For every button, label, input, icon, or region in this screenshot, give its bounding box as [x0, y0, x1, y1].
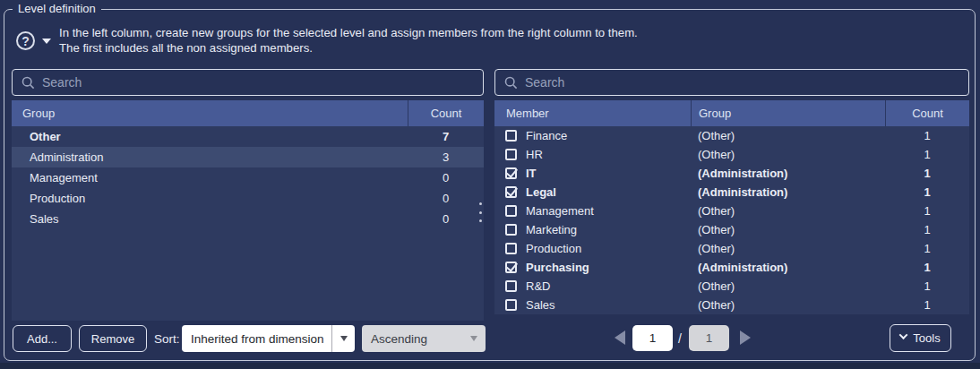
group-count-cell: 0 — [408, 171, 484, 184]
panel-splitter-handle[interactable] — [478, 202, 482, 222]
bottom-edge-strip — [0, 363, 980, 369]
panel-legend: Level definition — [13, 2, 101, 15]
members-table: Member Group Count Finance(Other)1HR(Oth… — [494, 100, 969, 314]
member-count-cell: 1 — [885, 148, 969, 161]
member-count-cell: 1 — [885, 167, 969, 180]
group-name-cell: Production — [12, 192, 408, 205]
member-name-label: Legal — [526, 185, 556, 199]
column-header-count[interactable]: Count — [408, 100, 484, 126]
group-row[interactable]: Administration3 — [12, 147, 484, 167]
member-name-label: Marketing — [526, 223, 577, 236]
member-group-cell: (Other) — [691, 148, 885, 161]
member-row[interactable]: Sales(Other)1 — [494, 296, 969, 314]
group-name-cell: Sales — [12, 212, 408, 226]
current-page-input[interactable] — [632, 325, 673, 351]
total-pages-box: 1 — [689, 325, 729, 351]
column-header-count[interactable]: Count — [885, 100, 969, 126]
sort-direction-dropdown[interactable]: Ascending — [362, 325, 486, 352]
member-checkbox[interactable] — [505, 299, 517, 311]
group-count-cell: 7 — [408, 130, 484, 143]
help-caret-down-icon[interactable] — [42, 39, 51, 44]
member-checkbox[interactable] — [505, 243, 517, 254]
member-name-cell: Sales — [494, 298, 691, 312]
group-row[interactable]: Production0 — [12, 188, 484, 209]
member-name-cell: Production — [494, 242, 691, 255]
member-count-cell: 1 — [885, 223, 969, 236]
member-group-cell: (Other) — [691, 279, 885, 293]
search-icon — [504, 76, 518, 90]
member-count-cell: 1 — [885, 261, 969, 274]
member-name-cell: IT — [494, 167, 691, 180]
members-table-body: Finance(Other)1HR(Other)1IT(Administrati… — [494, 126, 969, 314]
member-name-label: HR — [526, 148, 543, 161]
group-name-cell: Administration — [12, 150, 408, 164]
level-definition-page: Level definition ? In the left column, c… — [0, 0, 980, 369]
groups-search-box — [12, 69, 484, 96]
member-checkbox-checked[interactable] — [505, 262, 517, 273]
member-group-cell: (Other) — [691, 129, 885, 142]
member-group-cell: (Administration) — [691, 261, 885, 274]
group-name-cell: Other — [12, 130, 408, 143]
member-checkbox[interactable] — [505, 205, 517, 217]
member-group-cell: (Administration) — [691, 167, 885, 180]
members-search-box — [494, 69, 969, 96]
group-row[interactable]: Other7 — [12, 126, 484, 147]
member-checkbox-checked[interactable] — [505, 167, 517, 179]
member-name-label: R&D — [526, 279, 550, 293]
member-group-cell: (Other) — [691, 204, 885, 218]
member-group-cell: (Other) — [691, 223, 885, 236]
member-name-label: Finance — [526, 129, 567, 142]
members-search-input[interactable] — [525, 75, 959, 90]
group-row[interactable]: Management0 — [12, 167, 484, 188]
members-table-header: Member Group Count — [494, 100, 969, 126]
remove-button[interactable]: Remove — [79, 325, 147, 352]
member-name-cell: Legal — [494, 185, 691, 199]
sort-by-dropdown[interactable]: Inherited from dimension — [182, 325, 355, 352]
member-count-cell: 1 — [885, 204, 969, 218]
dropdown-arrow-icon[interactable] — [331, 325, 355, 352]
groups-table-body: Other7Administration3Management0Producti… — [12, 126, 484, 321]
group-name-cell: Management — [12, 171, 408, 184]
previous-page-icon[interactable] — [615, 330, 625, 345]
instructions-line-2: The first includes all the non assigned … — [59, 40, 638, 56]
member-checkbox[interactable] — [505, 224, 517, 236]
member-row[interactable]: Production(Other)1 — [494, 239, 969, 258]
member-row[interactable]: Purchasing(Administration)1 — [494, 258, 969, 277]
group-count-cell: 3 — [408, 150, 484, 164]
page-separator: / — [678, 325, 682, 351]
group-row[interactable]: Sales0 — [12, 209, 484, 229]
groups-search-input[interactable] — [42, 75, 474, 90]
tools-button[interactable]: Tools — [890, 324, 951, 352]
member-row[interactable]: Marketing(Other)1 — [494, 220, 969, 239]
instructions-line-1: In the left column, create new groups fo… — [59, 25, 638, 40]
member-name-cell: Management — [494, 204, 691, 218]
member-count-cell: 1 — [885, 185, 969, 199]
member-group-cell: (Administration) — [691, 185, 885, 199]
groups-table-header: Group Count — [12, 100, 484, 126]
help-icon[interactable]: ? — [16, 31, 35, 50]
member-checkbox[interactable] — [505, 149, 517, 160]
member-count-cell: 1 — [885, 279, 969, 293]
member-row[interactable]: Finance(Other)1 — [494, 126, 969, 145]
member-group-cell: (Other) — [691, 298, 885, 312]
member-name-cell: Finance — [494, 129, 691, 142]
member-checkbox[interactable] — [505, 130, 517, 142]
sort-direction-value: Ascending — [362, 332, 462, 346]
dropdown-arrow-icon — [462, 325, 486, 352]
member-name-label: Purchasing — [526, 261, 589, 274]
sort-by-value: Inherited from dimension — [182, 332, 331, 346]
column-header-group[interactable]: Group — [12, 100, 408, 126]
column-header-group[interactable]: Group — [691, 100, 885, 126]
add-button[interactable]: Add... — [13, 325, 72, 352]
member-row[interactable]: IT(Administration)1 — [494, 164, 969, 183]
column-header-member[interactable]: Member — [494, 100, 691, 126]
member-name-cell: Marketing — [494, 223, 691, 236]
group-count-cell: 0 — [408, 212, 484, 226]
member-row[interactable]: Management(Other)1 — [494, 202, 969, 220]
next-page-icon[interactable] — [740, 330, 751, 345]
member-row[interactable]: Legal(Administration)1 — [494, 183, 969, 202]
member-checkbox[interactable] — [505, 280, 517, 292]
member-checkbox-checked[interactable] — [505, 186, 517, 198]
member-row[interactable]: HR(Other)1 — [494, 145, 969, 164]
member-row[interactable]: R&D(Other)1 — [494, 277, 969, 296]
